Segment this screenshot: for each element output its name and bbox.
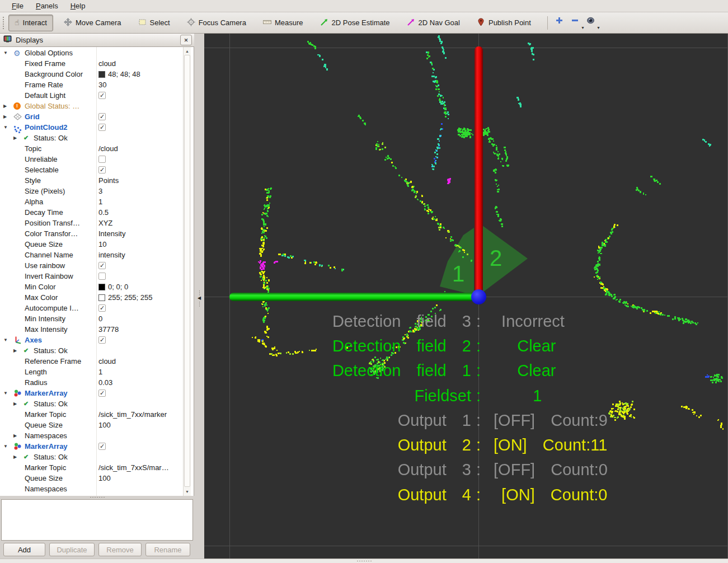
tree-row-namespaces[interactable]: ▶Namespaces <box>0 430 182 441</box>
color-swatch[interactable] <box>98 71 105 78</box>
checkbox-checked[interactable]: ✓ <box>98 113 106 120</box>
tree-row-status-ok[interactable]: ▶✔Status: Ok <box>0 398 182 409</box>
tree-row-status-ok[interactable]: ▶✔Status: Ok <box>0 133 182 143</box>
tree-row-queue-size[interactable]: Queue Size100 <box>0 473 182 484</box>
tree-row-selectable[interactable]: Selectable✓ <box>0 165 182 175</box>
tool-nav-goal[interactable]: 2D Nav Goal <box>401 15 466 31</box>
tree-row-style[interactable]: StylePoints <box>0 175 182 186</box>
tool-zoom-in[interactable] <box>553 16 566 30</box>
tool-zoom-out[interactable]: ▼ <box>569 16 581 30</box>
tree-row-global-status[interactable]: ▶!Global Status: … <box>0 101 182 111</box>
tree-row-pointcloud2[interactable]: ▼PointCloud2✓ <box>0 122 182 133</box>
tree-row-queue-size[interactable]: Queue Size100 <box>0 420 182 430</box>
menu-item-panels[interactable]: Panels <box>30 1 64 11</box>
tree-row-alpha[interactable]: Alpha1 <box>0 196 182 207</box>
tree-row-marker-topic[interactable]: Marker Topic/sick_tim_7xxS/mar… <box>0 462 182 473</box>
tree-row-topic[interactable]: Topic/cloud <box>0 143 182 154</box>
scroll-down-icon[interactable]: ▼ <box>184 488 191 495</box>
property-value[interactable]: 100 <box>98 420 111 430</box>
tree-row-length[interactable]: Length1 <box>0 367 182 377</box>
tree-row-decay-time[interactable]: Decay Time0.5 <box>0 207 182 218</box>
property-value[interactable]: /cloud <box>98 143 118 154</box>
expander-open-icon[interactable]: ▼ <box>3 388 8 398</box>
tool-select[interactable]: Select <box>132 15 176 31</box>
property-value[interactable]: 0 <box>98 313 102 324</box>
property-value[interactable]: Points <box>98 175 119 186</box>
tree-row-channel-name[interactable]: Channel Nameintensity <box>0 250 182 260</box>
expander-open-icon[interactable]: ▼ <box>3 441 8 452</box>
checkbox-unchecked[interactable] <box>98 273 106 280</box>
menu-item-help[interactable]: Help <box>64 1 92 11</box>
tree-row-axes[interactable]: ▼Axes✓ <box>0 335 182 345</box>
tool-pose-estimate[interactable]: 2D Pose Estimate <box>314 15 396 31</box>
tree-row-markerarray[interactable]: ▼MarkerArray✓ <box>0 388 182 398</box>
property-value[interactable]: 255; 255; 255 <box>108 292 153 303</box>
tool-focus-camera[interactable]: Focus Camera <box>181 15 252 31</box>
property-value[interactable]: 30 <box>98 79 106 90</box>
tree-row-size-pixels[interactable]: Size (Pixels)3 <box>0 186 182 196</box>
property-value[interactable]: cloud <box>98 356 116 367</box>
tree-row-color-transfor[interactable]: Color Transfor…Intensity <box>0 228 182 239</box>
tree-row-frame-rate[interactable]: Frame Rate30 <box>0 79 182 90</box>
property-value[interactable]: 1 <box>98 367 102 377</box>
tree-row-min-intensity[interactable]: Min Intensity0 <box>0 313 182 324</box>
tree-row-global-options[interactable]: ▼⚙Global Options <box>0 48 182 58</box>
expander-open-icon[interactable]: ▼ <box>3 335 8 345</box>
tree-row-invert-rainbow[interactable]: Invert Rainbow <box>0 271 182 282</box>
color-swatch[interactable] <box>98 294 105 301</box>
panel-splitter-handle[interactable] <box>0 496 194 499</box>
display-selection-listbox[interactable] <box>1 499 193 541</box>
tree-row-status-ok[interactable]: ▶✔Status: Ok <box>0 452 182 462</box>
chevron-down-icon[interactable]: ▼ <box>597 26 600 30</box>
color-swatch[interactable] <box>98 284 105 290</box>
tree-row-background-color[interactable]: Background Color48; 48; 48 <box>0 69 182 79</box>
expander-closed-icon[interactable]: ▶ <box>13 398 17 409</box>
tree-scrollbar[interactable]: ▲ ▼ <box>183 47 191 496</box>
tree-row-max-intensity[interactable]: Max Intensity37778 <box>0 324 182 335</box>
tree-row-autocompute-i[interactable]: Autocompute I…✓ <box>0 303 182 313</box>
menu-item-file[interactable]: File <box>6 1 30 11</box>
tree-row-radius[interactable]: Radius0.03 <box>0 377 182 388</box>
tree-row-fixed-frame[interactable]: Fixed Framecloud <box>0 58 182 69</box>
expander-closed-icon[interactable]: ▶ <box>13 345 17 356</box>
add-button[interactable]: Add <box>3 543 45 556</box>
tool-camera-eye[interactable]: ▼ <box>585 16 597 30</box>
tree-row-queue-size[interactable]: Queue Size10 <box>0 239 182 250</box>
expander-closed-icon[interactable]: ▶ <box>13 133 17 143</box>
tree-row-reference-frame[interactable]: Reference Framecloud <box>0 356 182 367</box>
scrollbar-thumb[interactable] <box>184 55 190 487</box>
viewport-3d[interactable]: 12 Detection field 3: IncorrectDetection… <box>204 34 728 559</box>
property-value[interactable]: 1 <box>98 196 102 207</box>
expander-closed-icon[interactable]: ▶ <box>3 101 7 111</box>
property-value[interactable]: XYZ <box>98 218 112 228</box>
toolbar-grip-handle[interactable] <box>2 16 5 30</box>
tool-move-camera[interactable]: Move Camera <box>58 15 128 31</box>
checkbox-checked[interactable]: ✓ <box>98 304 106 312</box>
chevron-down-icon[interactable]: ▼ <box>581 26 585 30</box>
property-value[interactable]: Intensity <box>98 228 125 239</box>
checkbox-unchecked[interactable] <box>98 156 106 163</box>
checkbox-checked[interactable]: ✓ <box>98 443 106 450</box>
tree-row-position-transf[interactable]: Position Transf…XYZ <box>0 218 182 228</box>
expander-closed-icon[interactable]: ▶ <box>3 111 7 122</box>
checkbox-checked[interactable]: ✓ <box>98 336 106 344</box>
expander-closed-icon[interactable]: ▶ <box>13 430 17 441</box>
checkbox-checked[interactable]: ✓ <box>98 262 106 269</box>
expander-open-icon[interactable]: ▼ <box>3 48 8 58</box>
checkbox-checked[interactable]: ✓ <box>98 92 106 99</box>
tree-row-min-color[interactable]: Min Color0; 0; 0 <box>0 282 182 292</box>
property-value[interactable]: 37778 <box>98 324 119 335</box>
tree-row-unreliable[interactable]: Unreliable <box>0 154 182 165</box>
checkbox-checked[interactable]: ✓ <box>98 166 106 173</box>
tool-interact[interactable]: ☝Interact <box>8 15 53 31</box>
property-value[interactable]: 0.03 <box>98 377 112 388</box>
tree-row-max-color[interactable]: Max Color255; 255; 255 <box>0 292 182 303</box>
tool-measure[interactable]: Measure <box>257 15 309 31</box>
tree-row-namespaces[interactable]: Namespaces <box>0 484 182 494</box>
property-value[interactable]: cloud <box>98 58 116 69</box>
expander-open-icon[interactable]: ▼ <box>3 122 8 133</box>
scroll-up-icon[interactable]: ▲ <box>184 48 191 55</box>
property-value[interactable]: 0; 0; 0 <box>108 282 128 292</box>
checkbox-checked[interactable]: ✓ <box>98 390 106 397</box>
tree-row-grid[interactable]: ▶Grid✓ <box>0 111 182 122</box>
